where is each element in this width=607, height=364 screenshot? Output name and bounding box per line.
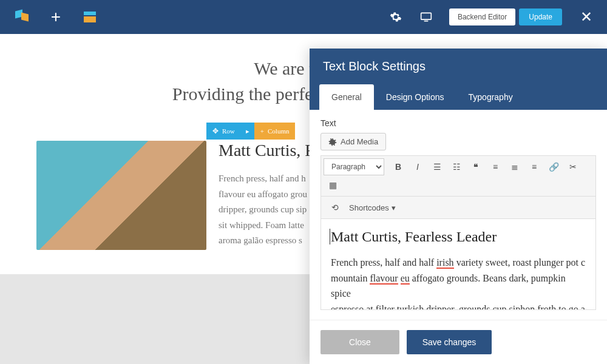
unlink-button[interactable]: ✂ xyxy=(564,158,582,175)
editor-body: French press, half and half irish variet… xyxy=(331,255,586,310)
modal-tabs: General Design Options Typography xyxy=(310,84,607,110)
modal-header: Text Block Settings xyxy=(310,49,607,84)
numbered-list-button[interactable]: ☷ xyxy=(447,158,466,175)
bullet-list-button[interactable]: ☰ xyxy=(428,158,446,175)
close-button[interactable]: Close xyxy=(320,330,399,354)
close-editor-button[interactable]: ✕ xyxy=(573,8,600,25)
bold-button[interactable]: B xyxy=(389,158,407,175)
logo-icon xyxy=(15,10,29,24)
tab-general[interactable]: General xyxy=(319,84,374,110)
device-icon xyxy=(420,12,432,22)
close-icon: ✕ xyxy=(580,8,592,25)
editor-toolbar: Paragraph B I ☰ ☷ ❝ ≡ ≣ ≡ 🔗 ✂ ▦ xyxy=(320,155,596,197)
add-element-button[interactable]: + xyxy=(41,0,70,34)
top-toolbar: + Backend Editor Update ✕ xyxy=(0,0,607,34)
plus-icon: + xyxy=(51,7,61,27)
format-select[interactable]: Paragraph xyxy=(324,158,384,175)
tab-typography[interactable]: Typography xyxy=(456,84,525,110)
italic-button[interactable]: I xyxy=(409,158,427,175)
editor-toolbar-row2: ⟲ Shortcodes ▾ xyxy=(320,197,596,219)
add-media-button[interactable]: Add Media xyxy=(320,133,386,150)
link-button[interactable]: 🔗 xyxy=(544,158,563,175)
row-controls: ✥Row ▸ +Column xyxy=(206,123,295,140)
gear-icon xyxy=(390,11,402,23)
align-center-button[interactable]: ≣ xyxy=(506,158,524,175)
backend-editor-button[interactable]: Backend Editor xyxy=(449,8,515,25)
text-block-settings-modal: Text Block Settings General Design Optio… xyxy=(310,49,607,364)
move-icon: ✥ xyxy=(212,127,219,136)
modal-title: Text Block Settings xyxy=(323,59,594,73)
svg-rect-0 xyxy=(421,13,432,19)
modal-footer: Close Save changes xyxy=(310,320,607,364)
toolbar-right: Backend Editor Update ✕ xyxy=(382,0,600,34)
blockquote-button[interactable]: ❝ xyxy=(467,158,485,175)
toolbar-left: + xyxy=(7,0,104,34)
align-left-button[interactable]: ≡ xyxy=(486,158,504,175)
modal-body: Text Add Media Paragraph B I ☰ ☷ ❝ ≡ ≣ ≡… xyxy=(310,110,607,320)
editor-content[interactable]: Matt Curtis, Fearless Leader French pres… xyxy=(320,219,596,310)
settings-button[interactable] xyxy=(382,0,409,34)
text-field-label: Text xyxy=(320,118,596,128)
templates-button[interactable] xyxy=(75,0,104,34)
logo-button[interactable] xyxy=(7,0,36,34)
row-arrow[interactable]: ▸ xyxy=(241,123,254,140)
row-control[interactable]: ✥Row xyxy=(206,123,241,140)
update-button[interactable]: Update xyxy=(519,8,562,25)
chevron-down-icon: ▾ xyxy=(392,203,396,212)
media-icon xyxy=(328,138,337,146)
plus-small-icon: + xyxy=(260,127,264,135)
shortcodes-dropdown[interactable]: Shortcodes ▾ xyxy=(349,203,396,212)
align-right-button[interactable]: ≡ xyxy=(525,158,543,175)
template-icon xyxy=(84,12,96,22)
save-changes-button[interactable]: Save changes xyxy=(407,330,492,354)
refresh-icon[interactable]: ⟲ xyxy=(326,199,344,216)
more-button[interactable]: ▦ xyxy=(324,177,342,194)
editor-heading: Matt Curtis, Fearless Leader xyxy=(331,229,586,245)
column-control[interactable]: +Column xyxy=(254,123,296,140)
responsive-button[interactable] xyxy=(413,0,439,34)
image-placeholder[interactable] xyxy=(36,141,206,250)
tab-design-options[interactable]: Design Options xyxy=(374,84,456,110)
